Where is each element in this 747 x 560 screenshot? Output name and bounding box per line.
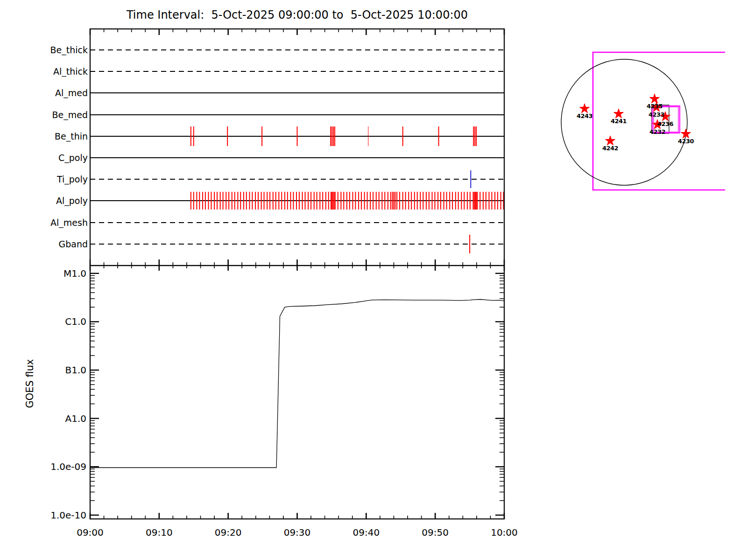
goes-y-tick-label-M1.0: M1.0 xyxy=(26,267,86,280)
filter-label-Be_thin: Be_thin xyxy=(13,131,88,142)
xrt-plan-plot: Time Interval: 5-Oct-2025 09:00:00 to 5-… xyxy=(0,0,747,560)
filter-label-Gband: Gband xyxy=(13,238,88,250)
active-region-star-4242-icon xyxy=(606,136,615,145)
x-tick-label-09:00: 09:00 xyxy=(69,526,111,539)
filter-label-Be_med: Be_med xyxy=(13,109,88,120)
x-tick-label-09:40: 09:40 xyxy=(345,526,387,539)
timeline-panel-frame xyxy=(90,29,504,266)
goes-y-tick-label-1.0e-10: 1.0e-10 xyxy=(26,509,86,521)
x-tick-label-10:00: 10:00 xyxy=(483,526,525,539)
active-region-label-4241: 4241 xyxy=(606,118,631,125)
filter-label-Al_poly: Al_poly xyxy=(13,195,88,206)
active-region-label-4242: 4242 xyxy=(598,145,623,152)
goes-y-tick-label-1.0e-09: 1.0e-09 xyxy=(26,461,86,473)
filter-label-Ti_poly: Ti_poly xyxy=(13,174,88,185)
goes-panel-frame xyxy=(90,266,504,519)
goes-flux-curve xyxy=(90,300,504,468)
active-region-label-4235: 4235 xyxy=(642,103,667,110)
filter-label-C_poly: C_poly xyxy=(13,152,88,163)
goes-y-tick-label-B1.0: B1.0 xyxy=(26,364,86,376)
x-tick-label-09:20: 09:20 xyxy=(207,526,249,539)
goes-y-tick-label-C1.0: C1.0 xyxy=(26,315,86,328)
x-tick-label-09:10: 09:10 xyxy=(138,526,180,539)
active-region-label-4233: 4233 xyxy=(644,112,669,118)
active-region-star-4241-icon xyxy=(614,109,624,118)
plot-title: Time Interval: 5-Oct-2025 09:00:00 to 5-… xyxy=(90,8,504,21)
active-region-star-4243-icon xyxy=(580,104,590,113)
x-tick-label-09:30: 09:30 xyxy=(276,526,318,539)
x-tick-label-09:50: 09:50 xyxy=(414,526,456,539)
active-region-label-4230: 4230 xyxy=(673,138,698,145)
goes-y-tick-label-A1.0: A1.0 xyxy=(26,413,86,425)
filter-label-Be_thick: Be_thick xyxy=(13,44,88,56)
active-region-label-4236: 4236 xyxy=(653,121,678,127)
active-region-label-4243: 4243 xyxy=(572,113,597,119)
filter-label-Al_mesh: Al_mesh xyxy=(13,217,88,228)
active-region-star-4235-icon xyxy=(650,94,660,103)
plot-svg xyxy=(0,0,747,560)
filter-label-Al_med: Al_med xyxy=(13,87,88,98)
filter-label-Al_thick: Al_thick xyxy=(13,66,88,77)
active-region-label-4232: 4232 xyxy=(645,129,670,135)
